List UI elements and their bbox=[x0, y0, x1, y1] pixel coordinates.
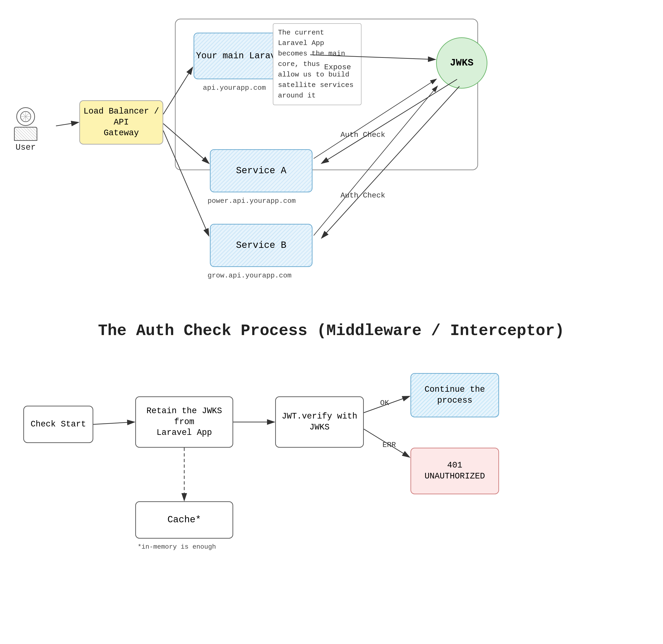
laravel-url: api.yourapp.com bbox=[203, 84, 266, 92]
cache-box: Cache* bbox=[135, 501, 233, 538]
service-b-url: grow.api.yourapp.com bbox=[208, 272, 292, 280]
ok-label: OK bbox=[380, 399, 389, 407]
load-balancer-box: Load Balancer / API Gateway bbox=[79, 100, 163, 144]
svg-line-14 bbox=[93, 422, 134, 424]
expose-label: Expose bbox=[324, 63, 351, 72]
auth-check-1-label: Auth Check bbox=[341, 131, 385, 139]
user-label: User bbox=[16, 143, 36, 152]
service-a-url: power.api.yourapp.com bbox=[208, 197, 296, 205]
retain-jwks-box: Retain the JWKS from Laravel App bbox=[135, 396, 233, 448]
unauthorized-box: 401 UNAUTHORIZED bbox=[410, 448, 499, 494]
err-label: ERR bbox=[383, 441, 396, 449]
section-title: The Auth Check Process (Middleware / Int… bbox=[75, 322, 588, 340]
user-body bbox=[14, 127, 37, 141]
jwks-box: JWKS bbox=[436, 37, 487, 89]
user-head bbox=[16, 107, 35, 126]
svg-line-5 bbox=[56, 122, 78, 126]
service-b-box: Service B bbox=[210, 224, 313, 267]
continue-box: Continue the process bbox=[410, 373, 499, 417]
user-icon: User bbox=[14, 107, 37, 152]
cache-note: *in-memory is enough bbox=[138, 543, 216, 551]
check-start-box: Check Start bbox=[23, 406, 93, 443]
service-a-box: Service A bbox=[210, 149, 313, 192]
diagram-container: User Load Balancer / API Gateway Your ma… bbox=[0, 0, 663, 644]
jwt-verify-box: JWT.verify with JWKS bbox=[275, 396, 364, 448]
auth-check-2-label: Auth Check bbox=[341, 191, 385, 200]
